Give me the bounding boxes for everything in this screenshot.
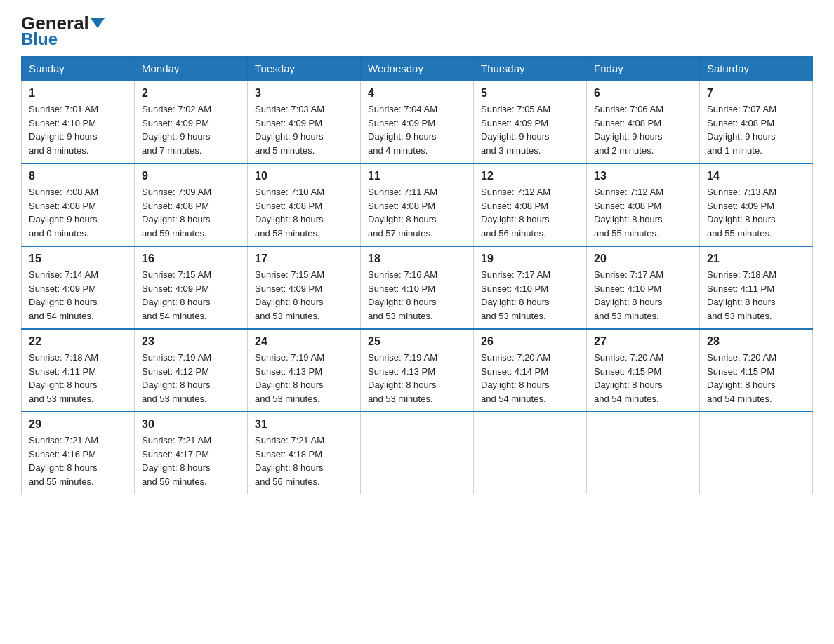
day-info: Sunrise: 7:13 AMSunset: 4:09 PMDaylight:… xyxy=(707,185,805,240)
calendar-cell: 17Sunrise: 7:15 AMSunset: 4:09 PMDayligh… xyxy=(248,246,361,329)
calendar-week-row: 29Sunrise: 7:21 AMSunset: 4:16 PMDayligh… xyxy=(22,412,813,494)
day-info: Sunrise: 7:18 AMSunset: 4:11 PMDaylight:… xyxy=(707,268,805,323)
calendar-cell: 13Sunrise: 7:12 AMSunset: 4:08 PMDayligh… xyxy=(587,163,700,246)
day-number: 11 xyxy=(368,170,466,182)
calendar-table: SundayMondayTuesdayWednesdayThursdayFrid… xyxy=(21,56,813,494)
day-info: Sunrise: 7:15 AMSunset: 4:09 PMDaylight:… xyxy=(142,268,240,323)
day-of-week-header: Saturday xyxy=(700,57,813,81)
day-info: Sunrise: 7:19 AMSunset: 4:12 PMDaylight:… xyxy=(142,351,240,405)
calendar-week-row: 1Sunrise: 7:01 AMSunset: 4:10 PMDaylight… xyxy=(22,81,813,163)
day-number: 27 xyxy=(594,335,692,348)
day-info: Sunrise: 7:21 AMSunset: 4:18 PMDaylight:… xyxy=(255,434,353,488)
day-number: 17 xyxy=(255,253,353,265)
logo-triangle-icon xyxy=(91,18,105,28)
day-info: Sunrise: 7:18 AMSunset: 4:11 PMDaylight:… xyxy=(29,351,127,405)
calendar-cell xyxy=(587,412,700,494)
calendar-cell: 29Sunrise: 7:21 AMSunset: 4:16 PMDayligh… xyxy=(22,412,135,494)
calendar-cell: 19Sunrise: 7:17 AMSunset: 4:10 PMDayligh… xyxy=(474,246,587,329)
day-info: Sunrise: 7:06 AMSunset: 4:08 PMDaylight:… xyxy=(594,102,692,157)
day-number: 10 xyxy=(255,170,353,182)
calendar-cell xyxy=(700,412,813,494)
calendar-cell: 8Sunrise: 7:08 AMSunset: 4:08 PMDaylight… xyxy=(22,163,135,246)
calendar-cell: 25Sunrise: 7:19 AMSunset: 4:13 PMDayligh… xyxy=(361,329,474,412)
calendar-cell: 10Sunrise: 7:10 AMSunset: 4:08 PMDayligh… xyxy=(248,163,361,246)
day-of-week-header: Tuesday xyxy=(248,57,361,81)
day-number: 2 xyxy=(142,87,240,100)
day-number: 21 xyxy=(707,253,805,265)
calendar-cell: 3Sunrise: 7:03 AMSunset: 4:09 PMDaylight… xyxy=(248,81,361,163)
day-info: Sunrise: 7:20 AMSunset: 4:15 PMDaylight:… xyxy=(594,351,692,405)
day-of-week-header: Monday xyxy=(135,57,248,81)
day-info: Sunrise: 7:19 AMSunset: 4:13 PMDaylight:… xyxy=(255,351,353,405)
day-number: 28 xyxy=(707,335,805,348)
day-info: Sunrise: 7:08 AMSunset: 4:08 PMDaylight:… xyxy=(29,185,127,240)
day-number: 16 xyxy=(142,253,240,265)
calendar-cell: 23Sunrise: 7:19 AMSunset: 4:12 PMDayligh… xyxy=(135,329,248,412)
calendar-cell: 28Sunrise: 7:20 AMSunset: 4:15 PMDayligh… xyxy=(700,329,813,412)
day-number: 12 xyxy=(481,170,579,182)
day-info: Sunrise: 7:21 AMSunset: 4:16 PMDaylight:… xyxy=(29,434,127,488)
calendar-cell: 14Sunrise: 7:13 AMSunset: 4:09 PMDayligh… xyxy=(700,163,813,246)
day-info: Sunrise: 7:20 AMSunset: 4:14 PMDaylight:… xyxy=(481,351,579,405)
day-info: Sunrise: 7:17 AMSunset: 4:10 PMDaylight:… xyxy=(594,268,692,323)
calendar-cell: 21Sunrise: 7:18 AMSunset: 4:11 PMDayligh… xyxy=(700,246,813,329)
calendar-week-row: 8Sunrise: 7:08 AMSunset: 4:08 PMDaylight… xyxy=(22,163,813,246)
days-of-week-row: SundayMondayTuesdayWednesdayThursdayFrid… xyxy=(22,57,813,81)
page-header: General Blue xyxy=(21,14,813,49)
calendar-cell: 15Sunrise: 7:14 AMSunset: 4:09 PMDayligh… xyxy=(22,246,135,329)
day-info: Sunrise: 7:15 AMSunset: 4:09 PMDaylight:… xyxy=(255,268,353,323)
day-number: 13 xyxy=(594,170,692,182)
day-info: Sunrise: 7:16 AMSunset: 4:10 PMDaylight:… xyxy=(368,268,466,323)
calendar-week-row: 15Sunrise: 7:14 AMSunset: 4:09 PMDayligh… xyxy=(22,246,813,329)
day-number: 5 xyxy=(481,87,579,100)
calendar-cell: 7Sunrise: 7:07 AMSunset: 4:08 PMDaylight… xyxy=(700,81,813,163)
day-info: Sunrise: 7:12 AMSunset: 4:08 PMDaylight:… xyxy=(481,185,579,240)
day-info: Sunrise: 7:12 AMSunset: 4:08 PMDaylight:… xyxy=(594,185,692,240)
day-number: 8 xyxy=(29,170,127,182)
calendar-cell: 2Sunrise: 7:02 AMSunset: 4:09 PMDaylight… xyxy=(135,81,248,163)
day-number: 9 xyxy=(142,170,240,182)
day-number: 30 xyxy=(142,418,240,431)
day-info: Sunrise: 7:10 AMSunset: 4:08 PMDaylight:… xyxy=(255,185,353,240)
calendar-body: 1Sunrise: 7:01 AMSunset: 4:10 PMDaylight… xyxy=(22,81,813,494)
calendar-cell: 18Sunrise: 7:16 AMSunset: 4:10 PMDayligh… xyxy=(361,246,474,329)
day-number: 3 xyxy=(255,87,353,100)
calendar-cell: 1Sunrise: 7:01 AMSunset: 4:10 PMDaylight… xyxy=(22,81,135,163)
calendar-cell: 11Sunrise: 7:11 AMSunset: 4:08 PMDayligh… xyxy=(361,163,474,246)
calendar-cell: 31Sunrise: 7:21 AMSunset: 4:18 PMDayligh… xyxy=(248,412,361,494)
day-number: 20 xyxy=(594,253,692,265)
day-info: Sunrise: 7:09 AMSunset: 4:08 PMDaylight:… xyxy=(142,185,240,240)
day-number: 29 xyxy=(29,418,127,431)
day-info: Sunrise: 7:14 AMSunset: 4:09 PMDaylight:… xyxy=(29,268,127,323)
day-info: Sunrise: 7:11 AMSunset: 4:08 PMDaylight:… xyxy=(368,185,466,240)
calendar-cell xyxy=(474,412,587,494)
day-of-week-header: Thursday xyxy=(474,57,587,81)
day-number: 25 xyxy=(368,335,466,348)
calendar-cell: 27Sunrise: 7:20 AMSunset: 4:15 PMDayligh… xyxy=(587,329,700,412)
day-number: 19 xyxy=(481,253,579,265)
day-of-week-header: Wednesday xyxy=(361,57,474,81)
calendar-week-row: 22Sunrise: 7:18 AMSunset: 4:11 PMDayligh… xyxy=(22,329,813,412)
calendar-cell: 24Sunrise: 7:19 AMSunset: 4:13 PMDayligh… xyxy=(248,329,361,412)
logo-blue: Blue xyxy=(21,29,58,49)
day-info: Sunrise: 7:01 AMSunset: 4:10 PMDaylight:… xyxy=(29,102,127,157)
day-info: Sunrise: 7:20 AMSunset: 4:15 PMDaylight:… xyxy=(707,351,805,405)
day-number: 1 xyxy=(29,87,127,100)
calendar-header: SundayMondayTuesdayWednesdayThursdayFrid… xyxy=(22,57,813,81)
day-of-week-header: Sunday xyxy=(22,57,135,81)
logo: General Blue xyxy=(21,14,105,49)
day-of-week-header: Friday xyxy=(587,57,700,81)
day-info: Sunrise: 7:07 AMSunset: 4:08 PMDaylight:… xyxy=(707,102,805,157)
calendar-cell: 12Sunrise: 7:12 AMSunset: 4:08 PMDayligh… xyxy=(474,163,587,246)
calendar-cell: 20Sunrise: 7:17 AMSunset: 4:10 PMDayligh… xyxy=(587,246,700,329)
calendar-cell: 16Sunrise: 7:15 AMSunset: 4:09 PMDayligh… xyxy=(135,246,248,329)
day-number: 22 xyxy=(29,335,127,348)
day-info: Sunrise: 7:04 AMSunset: 4:09 PMDaylight:… xyxy=(368,102,466,157)
calendar-cell xyxy=(361,412,474,494)
calendar-cell: 30Sunrise: 7:21 AMSunset: 4:17 PMDayligh… xyxy=(135,412,248,494)
day-info: Sunrise: 7:19 AMSunset: 4:13 PMDaylight:… xyxy=(368,351,466,405)
day-info: Sunrise: 7:02 AMSunset: 4:09 PMDaylight:… xyxy=(142,102,240,157)
day-number: 4 xyxy=(368,87,466,100)
day-number: 15 xyxy=(29,253,127,265)
calendar-cell: 22Sunrise: 7:18 AMSunset: 4:11 PMDayligh… xyxy=(22,329,135,412)
